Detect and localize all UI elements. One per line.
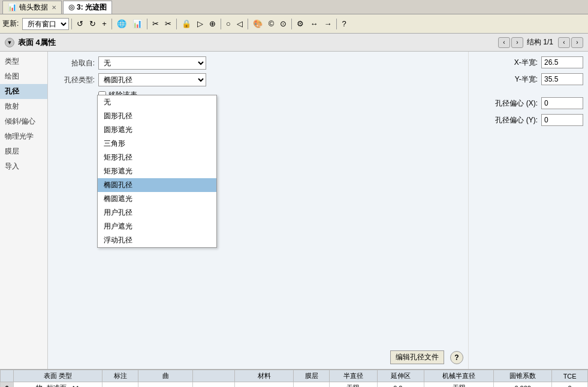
dropdown-item-elliptical-obscuration[interactable]: 椭圆遮光 bbox=[98, 192, 216, 206]
col-material: 材料 bbox=[235, 370, 294, 382]
struct-next-button[interactable]: › bbox=[571, 37, 583, 48]
toolbar-btn-arrow2[interactable]: → bbox=[321, 17, 334, 31]
row-0-note[interactable] bbox=[102, 382, 138, 388]
toolbar-btn-chart[interactable]: 📊 bbox=[130, 17, 144, 31]
toolbar-sep-7 bbox=[291, 19, 292, 29]
toolbar-btn-settings[interactable]: ⚙ bbox=[294, 17, 306, 31]
toolbar-sep-1 bbox=[71, 19, 72, 29]
row-0-thickness bbox=[193, 382, 235, 388]
row-0-semidiam: 无限 bbox=[330, 382, 378, 388]
update-label: 更新: bbox=[2, 19, 19, 29]
sidebar-item-scatter[interactable]: 散射 bbox=[0, 99, 47, 114]
row-0-type: 物 标准面 bbox=[14, 382, 102, 388]
x-eccentricity-row: 孔径偏心 (X): bbox=[474, 97, 583, 109]
next-nav-button[interactable]: › bbox=[511, 37, 523, 48]
tab-lens-label: 镜头数据 bbox=[19, 2, 48, 13]
collapse-button[interactable]: ▼ bbox=[5, 38, 14, 47]
toolbar-sep-6 bbox=[248, 19, 248, 29]
toolbar-btn-color[interactable]: 🎨 bbox=[251, 17, 265, 31]
tab-lens-close[interactable]: ✕ bbox=[52, 4, 56, 11]
toolbar-sep-2 bbox=[111, 19, 112, 29]
surface-table: 表面 类型 标注 曲 材料 膜层 半直径 延伸区 机械半直径 圆锥系数 TCE … bbox=[0, 369, 588, 387]
sidebar-item-drawing[interactable]: 绘图 bbox=[0, 69, 47, 84]
toolbar-btn-play[interactable]: ▷ bbox=[195, 17, 206, 31]
y-eccentricity-row: 孔径偏心 (Y): bbox=[474, 114, 583, 126]
tab-trace[interactable]: ◎ 3: 光迹图 bbox=[63, 1, 112, 14]
toolbar-btn-target[interactable]: ⊙ bbox=[278, 17, 289, 31]
aperture-dropdown: 无 圆形孔径 圆形遮光 三角形 矩形孔径 矩形遮光 椭圆孔径 椭圆遮光 用户孔径… bbox=[97, 95, 217, 248]
dropdown-item-triangle[interactable]: 三角形 bbox=[98, 137, 216, 151]
toolbar-btn-globe[interactable]: 🌐 bbox=[114, 17, 129, 31]
toolbar-btn-undo[interactable]: ↺ bbox=[74, 17, 86, 31]
update-dropdown[interactable]: 所有窗口 bbox=[22, 18, 69, 30]
toolbar-btn-back[interactable]: ◁ bbox=[234, 17, 245, 31]
dropdown-item-float-aperture[interactable]: 浮动孔径 bbox=[98, 233, 216, 247]
toolbar-btn-cut2[interactable]: ✂ bbox=[162, 17, 174, 31]
prev-nav-button[interactable]: ‹ bbox=[498, 37, 510, 48]
dropdown-item-elliptical-aperture[interactable]: 椭圆孔径 bbox=[98, 178, 216, 192]
dropdown-item-circular-aperture[interactable]: 圆形孔径 bbox=[98, 109, 216, 123]
sidebar-item-type[interactable]: 类型 bbox=[0, 54, 47, 69]
toolbar-btn-lock[interactable]: 🔒 bbox=[179, 17, 194, 31]
help-button[interactable]: ? bbox=[450, 351, 463, 364]
y-halfwidth-label: Y-半宽: bbox=[474, 74, 538, 85]
pickup-select[interactable]: 无 bbox=[98, 56, 206, 70]
sidebar: 类型 绘图 孔径 散射 倾斜/偏心 物理光学 膜层 导入 bbox=[0, 52, 48, 369]
lens-tab-icon: 📊 bbox=[8, 3, 17, 11]
y-eccentricity-input[interactable] bbox=[541, 114, 583, 126]
col-curve: 曲 bbox=[138, 370, 193, 382]
toolbar-btn-copy[interactable]: © bbox=[266, 17, 277, 31]
toolbar-btn-redo[interactable]: ↻ bbox=[87, 17, 98, 31]
dropdown-item-user-obscuration[interactable]: 用户遮光 bbox=[98, 220, 216, 233]
toolbar-btn-arrow1[interactable]: ↔ bbox=[307, 17, 320, 31]
row-0-ext: 0.0... bbox=[377, 382, 424, 388]
toolbar-btn-cut1[interactable]: ✂ bbox=[150, 17, 161, 31]
edit-aperture-button[interactable]: 编辑孔径文件 bbox=[390, 350, 444, 364]
trace-tab-icon: ◎ bbox=[68, 3, 74, 11]
x-halfwidth-label: X-半宽: bbox=[474, 58, 538, 68]
pickup-label: 拾取自: bbox=[53, 58, 95, 68]
table-row: 0 物 标准面 无限 0.0... 无限 0.000 0 bbox=[1, 382, 588, 388]
aperture-type-select[interactable]: 椭圆孔径 bbox=[98, 73, 206, 86]
sidebar-item-physical-optics[interactable]: 物理光学 bbox=[0, 129, 47, 144]
header-bar: ▼ 表面 4属性 ‹ › 结构 1/1 ‹ › bbox=[0, 34, 588, 52]
toolbar-btn-circle[interactable]: ○ bbox=[224, 17, 233, 31]
x-halfwidth-input[interactable] bbox=[541, 56, 583, 68]
sidebar-item-import[interactable]: 导入 bbox=[0, 159, 47, 174]
tab-lens[interactable]: 📊 镜头数据 ✕ bbox=[2, 1, 62, 14]
toolbar-btn-plus[interactable]: ⊕ bbox=[207, 17, 218, 31]
dropdown-item-rect-aperture[interactable]: 矩形孔径 bbox=[98, 151, 216, 164]
y-halfwidth-row: Y-半宽: bbox=[474, 73, 583, 85]
row-0-mech: 无限 bbox=[424, 382, 494, 388]
row-0-material bbox=[235, 382, 294, 388]
col-coating: 膜层 bbox=[294, 370, 330, 382]
toolbar-btn-help[interactable]: ? bbox=[339, 17, 348, 31]
x-eccentricity-input[interactable] bbox=[541, 97, 583, 109]
pickup-row: 拾取自: 无 bbox=[53, 56, 463, 70]
toolbar-btn-add[interactable]: + bbox=[99, 17, 109, 31]
struct-prev-button[interactable]: ‹ bbox=[558, 37, 570, 48]
aperture-type-row: 孔径类型: 椭圆孔径 bbox=[53, 73, 463, 86]
col-ext: 延伸区 bbox=[377, 370, 424, 382]
y-halfwidth-input[interactable] bbox=[541, 73, 583, 85]
sidebar-item-coating[interactable]: 膜层 bbox=[0, 144, 47, 159]
data-table: 表面 类型 标注 曲 材料 膜层 半直径 延伸区 机械半直径 圆锥系数 TCE … bbox=[0, 370, 588, 387]
row-0-num: 0 bbox=[1, 382, 14, 388]
dropdown-item-rect-obscuration[interactable]: 矩形遮光 bbox=[98, 164, 216, 178]
col-type: 表面 类型 bbox=[14, 370, 102, 382]
row-0-coating bbox=[294, 382, 330, 388]
dropdown-item-none[interactable]: 无 bbox=[98, 95, 216, 109]
page-title: 表面 4属性 bbox=[18, 37, 497, 48]
dropdown-item-circular-obscuration[interactable]: 圆形遮光 bbox=[98, 123, 216, 137]
col-tce: TCE bbox=[552, 370, 588, 382]
toolbar-sep-4 bbox=[176, 19, 177, 29]
sidebar-item-aperture[interactable]: 孔径 bbox=[0, 84, 47, 99]
sidebar-item-tilt[interactable]: 倾斜/偏心 bbox=[0, 114, 47, 129]
col-mech: 机械半直径 bbox=[424, 370, 494, 382]
dropdown-item-user-aperture[interactable]: 用户孔径 bbox=[98, 206, 216, 220]
tab-bar: 📊 镜头数据 ✕ ◎ 3: 光迹图 bbox=[0, 0, 588, 14]
toolbar: 更新: 所有窗口 ↺ ↻ + 🌐 📊 ✂ ✂ 🔒 ▷ ⊕ ○ ◁ 🎨 © ⊙ ⚙… bbox=[0, 14, 588, 34]
col-conic: 圆锥系数 bbox=[494, 370, 552, 382]
y-eccentricity-label: 孔径偏心 (Y): bbox=[474, 115, 538, 125]
toolbar-sep-8 bbox=[336, 19, 337, 29]
